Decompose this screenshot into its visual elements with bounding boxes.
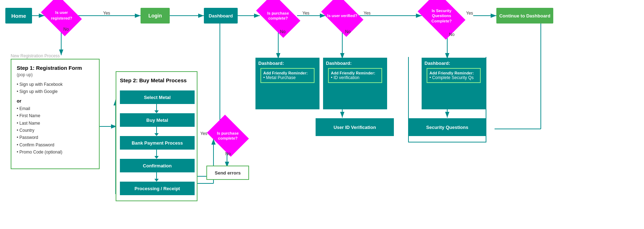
- is-security-complete-diamond: Is Security Questions Complete?: [418, 0, 465, 40]
- home-button[interactable]: Home: [5, 8, 32, 24]
- step1-sub: (pop up): [17, 72, 94, 77]
- user-id-verification-box[interactable]: User ID Verification: [316, 118, 394, 136]
- step1-or: or: [17, 98, 94, 104]
- dashboard-card-1-inner: Add Friendly Reminder: • Metal Purchase: [260, 68, 315, 83]
- step1-social: • Sign up with Facebook • Sign up with G…: [17, 81, 94, 95]
- processing-receipt-button[interactable]: Processing / Receipt: [120, 182, 195, 195]
- login-button[interactable]: Login: [141, 8, 170, 24]
- step2-title: Step 2: Buy Metal Process: [120, 77, 193, 83]
- dashboard-card-2: Dashboard: Add Friendly Reminder: • ID v…: [323, 58, 387, 109]
- step1-title: Step 1: Registration Form: [17, 65, 94, 71]
- continue-dashboard-button[interactable]: Continue to Dashboard: [496, 8, 553, 24]
- select-metal-button[interactable]: Select Metal: [120, 90, 195, 104]
- no-label-registered: No: [63, 27, 69, 32]
- dashboard-card-2-inner: Add Friendly Reminder: • ID verification: [328, 68, 382, 83]
- buy-metal-process-box: Step 2: Buy Metal Process Select Metal B…: [116, 71, 197, 201]
- is-purchase-complete-2-diamond: Is purchase complete?: [207, 115, 249, 157]
- no-label-purchase-2: No: [225, 151, 231, 156]
- new-reg-process-label: New Registration Process: [11, 53, 60, 58]
- yes-label-security: Yes: [466, 11, 473, 16]
- is-user-verified-diamond: Is user verified?: [321, 0, 364, 37]
- no-label-verified: No: [345, 29, 350, 34]
- dashboard-card-1-title: Dashboard:: [258, 61, 317, 66]
- confirmation-button[interactable]: Confirmation: [120, 159, 195, 172]
- step1-fields: • Email • First Name • Last Name • Count…: [17, 105, 94, 156]
- yes-label-registered: Yes: [103, 11, 110, 16]
- dashboard-card-2-title: Dashboard:: [326, 61, 384, 66]
- dashboard-button[interactable]: Dashboard: [204, 8, 238, 24]
- is-registered-diamond: Is user registered?: [41, 0, 82, 36]
- bank-payment-button[interactable]: Bank Payment Process: [120, 136, 195, 150]
- dashboard-card-1: Dashboard: Add Friendly Reminder: • Meta…: [255, 58, 320, 109]
- registration-form-box: Step 1: Registration Form (pop up) • Sig…: [11, 59, 100, 169]
- yes-label-purchase-top: Yes: [302, 11, 310, 16]
- security-section-outline: [408, 57, 486, 142]
- no-label-purchase-top: No: [280, 29, 285, 34]
- send-errors-box: Send errors: [206, 166, 249, 180]
- buy-metal-button[interactable]: Buy Metal: [120, 113, 195, 127]
- yes-label-verified: Yes: [364, 11, 371, 16]
- yes-label-purchase-2: Yes: [200, 131, 207, 136]
- send-errors-label: Send errors: [215, 170, 241, 176]
- is-purchase-complete-top-diamond: Is purchase complete?: [256, 0, 300, 38]
- flowchart: Home Yes Is user registered? No New Regi…: [0, 0, 644, 229]
- no-label-security: No: [449, 32, 454, 37]
